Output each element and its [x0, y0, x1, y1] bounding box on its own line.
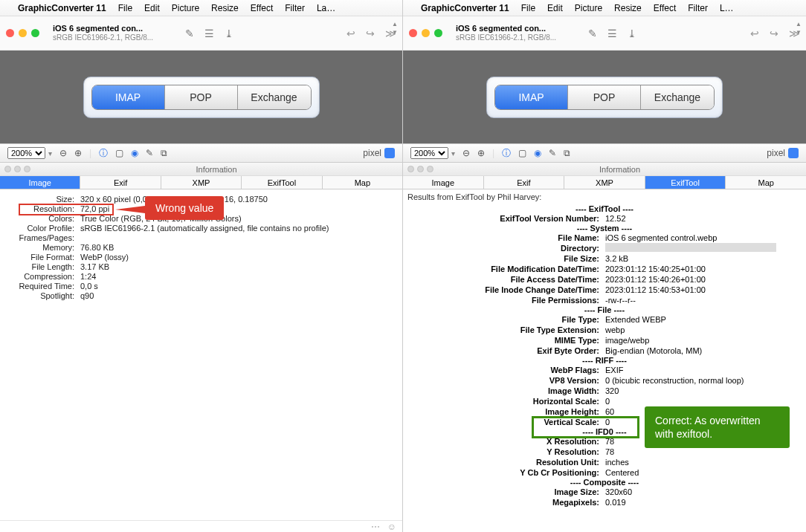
copy-icon[interactable]: ⧉ — [161, 148, 167, 158]
menu-edit[interactable]: Edit — [144, 3, 160, 13]
info-window-header: Information — [403, 163, 806, 176]
scroll-arrows[interactable]: ▲▼ — [392, 21, 398, 36]
zoom-select[interactable]: 200% — [410, 147, 448, 159]
info-row: File Format:WebP (lossy) — [7, 253, 395, 262]
tab-image[interactable]: Image — [403, 176, 484, 189]
segment-pop[interactable]: POP — [165, 85, 238, 109]
metadata-icon[interactable]: ☰ — [204, 27, 214, 39]
menu-truncated[interactable]: La… — [317, 3, 335, 13]
undo-icon[interactable]: ↩ — [346, 27, 355, 39]
annotation-box-correct — [532, 416, 639, 438]
exif-key: WebP Flags: — [407, 365, 599, 375]
zoom-out-icon[interactable]: ⊖ — [462, 148, 470, 158]
undo-icon[interactable]: ↩ — [750, 27, 759, 39]
scroll-arrows[interactable]: ▲▼ — [796, 21, 802, 36]
edit-icon[interactable]: ✎ — [588, 27, 597, 39]
zoom-select[interactable]: 200% — [7, 147, 45, 159]
info-icon[interactable]: ⓘ — [502, 147, 511, 160]
menu-effect[interactable]: Effect — [251, 3, 273, 13]
exif-value: 3.2 kB — [605, 253, 802, 264]
exif-key: File Access Date/Time: — [407, 274, 599, 285]
export-icon[interactable]: ⤓ — [225, 27, 233, 39]
minimize-button[interactable] — [19, 29, 27, 37]
exif-row: Y Resolution:78 — [407, 447, 802, 457]
menu-truncated[interactable]: L… — [720, 3, 734, 13]
ruler-icon[interactable]: ▢ — [115, 148, 123, 158]
export-icon[interactable]: ⤓ — [628, 27, 636, 39]
redo-icon[interactable]: ↪ — [770, 27, 778, 39]
app-name[interactable]: GraphicConverter 11 — [421, 3, 509, 13]
info-row: Frames/Pages: — [7, 233, 395, 242]
menu-edit[interactable]: Edit — [547, 3, 563, 13]
segment-imap[interactable]: IMAP — [92, 85, 165, 109]
exif-key: MIME Type: — [407, 335, 599, 346]
menubar[interactable]: GraphicConverter 11 File Edit Picture Re… — [403, 0, 806, 16]
exif-key: Y Resolution: — [407, 447, 599, 457]
menu-effect[interactable]: Effect — [654, 3, 676, 13]
exif-value: 0 (bicubic reconstruction, normal loop) — [605, 375, 802, 386]
exif-row: Megapixels:0.019 — [407, 497, 802, 507]
unit-selector[interactable] — [384, 148, 395, 158]
tab-exiftool[interactable]: ExifTool — [242, 176, 322, 189]
menu-file[interactable]: File — [521, 3, 535, 13]
exif-value: 320x60 — [605, 487, 802, 497]
menu-picture[interactable]: Picture — [172, 3, 199, 13]
info-icon[interactable]: ⓘ — [99, 147, 108, 160]
exif-value: inches — [605, 457, 802, 467]
zoom-in-icon[interactable]: ⊕ — [477, 148, 485, 158]
copy-icon[interactable]: ⧉ — [564, 148, 570, 158]
app-name[interactable]: GraphicConverter 11 — [18, 3, 106, 13]
close-button[interactable] — [409, 29, 417, 37]
tab-map[interactable]: Map — [323, 176, 402, 189]
tab-xmp[interactable]: XMP — [161, 176, 242, 189]
exif-value: Centered — [605, 467, 802, 478]
exif-value: 2023:01:12 15:40:26+01:00 — [605, 274, 802, 285]
tab-exiftool[interactable]: ExifTool — [645, 176, 726, 189]
menu-resize[interactable]: Resize — [211, 3, 239, 13]
unit-selector[interactable] — [788, 148, 799, 158]
image-canvas[interactable]: IMAP POP Exchange — [0, 51, 402, 143]
tab-map[interactable]: Map — [726, 176, 806, 189]
exif-value: iOS 6 segmented control.webp — [605, 233, 802, 243]
zoom-button[interactable] — [31, 29, 39, 37]
exif-row: Exif Byte Order:Big-endian (Motorola, MM… — [407, 346, 802, 356]
menu-filter[interactable]: Filter — [688, 3, 708, 13]
window-title: iOS 6 segmented con... — [53, 24, 172, 33]
wrench-icon[interactable]: ✎ — [549, 148, 556, 158]
info-value: 76.80 KB — [80, 243, 395, 252]
segmented-control: IMAP POP Exchange — [91, 85, 312, 110]
globe-icon[interactable]: ◉ — [534, 148, 541, 158]
exif-section-header: ---- File ---- — [407, 305, 802, 314]
image-canvas[interactable]: IMAP POP Exchange — [403, 51, 806, 143]
minimize-button[interactable] — [422, 29, 430, 37]
tab-xmp[interactable]: XMP — [564, 176, 645, 189]
zoom-in-icon[interactable]: ⊕ — [74, 148, 82, 158]
menu-file[interactable]: File — [118, 3, 132, 13]
tab-exif[interactable]: Exif — [80, 176, 161, 189]
tab-image[interactable]: Image — [0, 176, 80, 189]
segment-exchange[interactable]: Exchange — [641, 85, 714, 109]
exif-key: Image Size: — [407, 487, 599, 497]
tab-exif[interactable]: Exif — [484, 176, 565, 189]
annotation-arrow — [115, 206, 145, 213]
menu-picture[interactable]: Picture — [575, 3, 602, 13]
close-button[interactable] — [6, 29, 14, 37]
menu-resize[interactable]: Resize — [614, 3, 642, 13]
globe-icon[interactable]: ◉ — [131, 148, 138, 158]
exif-value: EXIF — [605, 365, 802, 375]
segment-imap[interactable]: IMAP — [495, 85, 568, 109]
metadata-icon[interactable]: ☰ — [607, 27, 617, 39]
exif-row: File Permissions:-rw-r--r-- — [407, 295, 802, 305]
wrench-icon[interactable]: ✎ — [146, 148, 153, 158]
exif-row: ExifTool Version Number:12.52 — [407, 213, 802, 224]
zoom-button[interactable] — [434, 29, 442, 37]
menu-filter[interactable]: Filter — [285, 3, 305, 13]
ruler-icon[interactable]: ▢ — [518, 148, 526, 158]
segment-pop[interactable]: POP — [568, 85, 641, 109]
menubar[interactable]: GraphicConverter 11 File Edit Picture Re… — [0, 0, 402, 16]
edit-icon[interactable]: ✎ — [185, 27, 194, 39]
zoom-out-icon[interactable]: ⊖ — [59, 148, 67, 158]
exif-key: Image Width: — [407, 386, 599, 396]
segment-exchange[interactable]: Exchange — [238, 85, 311, 109]
redo-icon[interactable]: ↪ — [366, 27, 375, 39]
